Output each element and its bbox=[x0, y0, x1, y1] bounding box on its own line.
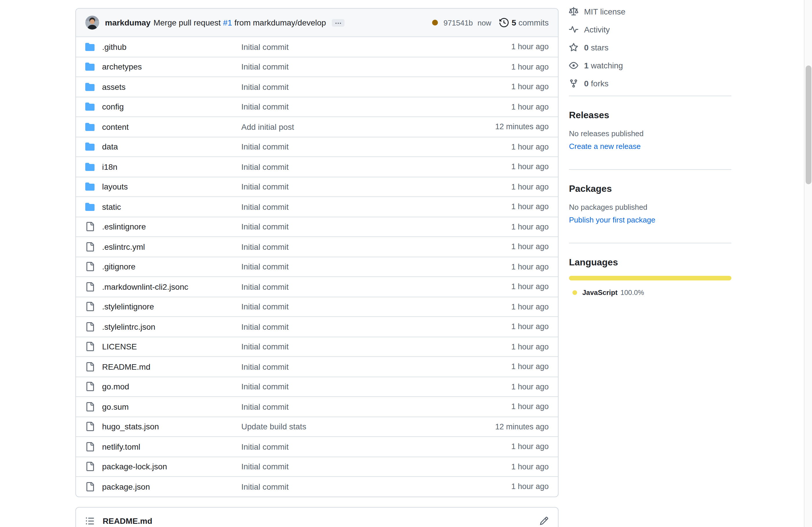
file-name-link[interactable]: package-lock.json bbox=[102, 462, 167, 471]
language-bar-segment[interactable] bbox=[569, 276, 731, 281]
table-row: data Initial commit 1 hour ago bbox=[76, 136, 558, 156]
commit-message-link[interactable]: Add initial post bbox=[241, 122, 444, 132]
about-list: MIT license Activity 0 stars 1 watching … bbox=[569, 2, 731, 92]
commit-message-link[interactable]: Initial commit bbox=[241, 162, 444, 171]
commit-sha-link[interactable]: 971541b bbox=[444, 18, 473, 27]
commit-message-link[interactable]: Initial commit bbox=[241, 262, 444, 271]
file-name-link[interactable]: .eslintrc.yml bbox=[102, 242, 145, 252]
file-name-link[interactable]: config bbox=[102, 102, 124, 111]
file-name-cell: go.mod bbox=[85, 382, 241, 391]
file-name-link[interactable]: static bbox=[102, 202, 121, 211]
commit-message-link[interactable]: Initial commit bbox=[241, 102, 444, 111]
file-name-link[interactable]: content bbox=[102, 122, 129, 132]
commit-message-link[interactable]: Initial commit bbox=[241, 482, 444, 491]
table-row: static Initial commit 1 hour ago bbox=[76, 196, 558, 216]
table-row: config Initial commit 1 hour ago bbox=[76, 96, 558, 117]
file-name-link[interactable]: archetypes bbox=[102, 62, 142, 72]
file-name-link[interactable]: package.json bbox=[102, 482, 150, 491]
languages-heading: Languages bbox=[569, 257, 731, 268]
about-item-label: Activity bbox=[584, 25, 610, 34]
commit-message-link[interactable]: Initial commit bbox=[241, 402, 444, 411]
create-release-link[interactable]: Create a new release bbox=[569, 141, 641, 152]
table-row: .eslintrc.yml Initial commit 1 hour ago bbox=[76, 237, 558, 256]
file-name-link[interactable]: i18n bbox=[102, 162, 117, 171]
commit-message-link[interactable]: Initial commit bbox=[241, 62, 444, 72]
about-item[interactable]: MIT license bbox=[569, 2, 731, 20]
commit-message-link[interactable]: Initial commit bbox=[241, 42, 444, 51]
language-color-dot bbox=[572, 290, 577, 295]
commits-count: 5 bbox=[511, 18, 516, 27]
file-name-link[interactable]: hugo_stats.json bbox=[102, 422, 159, 432]
file-updated-time: 1 hour ago bbox=[444, 283, 549, 291]
about-item[interactable]: 0 stars bbox=[569, 38, 731, 56]
file-name-link[interactable]: assets bbox=[102, 82, 126, 92]
file-name-cell: .markdownlint-cli2.jsonc bbox=[85, 282, 241, 291]
file-name-cell: config bbox=[85, 102, 241, 111]
about-item[interactable]: 0 forks bbox=[569, 74, 731, 92]
file-name-cell: layouts bbox=[85, 182, 241, 192]
file-updated-time: 12 minutes ago bbox=[444, 123, 549, 131]
commit-message-link[interactable]: Update build stats bbox=[241, 422, 444, 432]
file-name-link[interactable]: LICENSE bbox=[102, 342, 137, 351]
pencil-icon bbox=[539, 516, 549, 525]
file-name-cell: netlify.toml bbox=[85, 442, 241, 451]
commit-message-link[interactable]: Initial commit bbox=[241, 362, 444, 372]
file-name-link[interactable]: README.md bbox=[102, 362, 150, 372]
file-updated-time: 1 hour ago bbox=[444, 223, 549, 231]
repository-page: markdumay Merge pull request#1from markd… bbox=[0, 0, 812, 527]
about-item[interactable]: 1 watching bbox=[569, 56, 731, 74]
about-item[interactable]: Activity bbox=[569, 20, 731, 38]
file-icon bbox=[85, 302, 95, 312]
file-name-cell: content bbox=[85, 122, 241, 132]
eye-icon bbox=[569, 61, 578, 70]
commit-message-link[interactable]: Initial commit bbox=[241, 442, 444, 451]
language-item[interactable]: JavaScript 100.0% bbox=[572, 289, 731, 297]
file-name-cell: package-lock.json bbox=[85, 462, 241, 471]
commit-message-link[interactable]: Initial commit bbox=[241, 322, 444, 331]
commit-status-dot[interactable] bbox=[432, 20, 438, 26]
commit-message-link[interactable]: Initial commit bbox=[241, 302, 444, 312]
commit-message-link[interactable]: Initial commit bbox=[241, 82, 444, 92]
edit-readme-button[interactable] bbox=[539, 516, 549, 525]
list-unordered-icon[interactable] bbox=[85, 516, 95, 525]
scrollbar-track[interactable] bbox=[804, 0, 812, 527]
file-name-link[interactable]: netlify.toml bbox=[102, 442, 140, 451]
publish-package-link[interactable]: Publish your first package bbox=[569, 215, 655, 225]
folder-icon bbox=[85, 122, 95, 132]
commit-message-link[interactable]: Initial commit bbox=[241, 462, 444, 471]
file-name-link[interactable]: data bbox=[102, 142, 118, 152]
file-name-link[interactable]: layouts bbox=[102, 182, 128, 192]
pr-link[interactable]: #1 bbox=[223, 18, 232, 27]
file-name-link[interactable]: .markdownlint-cli2.jsonc bbox=[102, 282, 188, 291]
languages-section: Languages JavaScript 100.0% bbox=[569, 257, 731, 297]
commit-message-link[interactable]: Initial commit bbox=[241, 202, 444, 211]
readme-title: README.md bbox=[103, 516, 152, 525]
file-name-link[interactable]: .stylelintrc.json bbox=[102, 322, 156, 331]
file-name-link[interactable]: .github bbox=[102, 42, 127, 51]
packages-heading[interactable]: Packages bbox=[569, 184, 731, 194]
file-name-link[interactable]: go.mod bbox=[102, 382, 129, 391]
file-name-cell: .github bbox=[85, 42, 241, 51]
commit-message-link[interactable]: Initial commit bbox=[241, 342, 444, 351]
commit-message-link[interactable]: Initial commit bbox=[241, 182, 444, 192]
commit-message-link[interactable]: Initial commit bbox=[241, 142, 444, 152]
commit-message-link[interactable]: Initial commit bbox=[241, 222, 444, 231]
file-name-link[interactable]: .stylelintignore bbox=[102, 302, 154, 312]
commit-message-expand-button[interactable]: … bbox=[332, 19, 345, 26]
commit-message-link[interactable]: Initial commit bbox=[241, 282, 444, 291]
file-name-link[interactable]: go.sum bbox=[102, 402, 129, 411]
law-icon bbox=[569, 7, 578, 16]
file-name-link[interactable]: .gitignore bbox=[102, 262, 135, 271]
commit-author[interactable]: markdumay bbox=[105, 18, 150, 27]
star-icon bbox=[569, 43, 578, 52]
file-name-cell: .eslintignore bbox=[85, 222, 241, 231]
scrollbar-thumb[interactable] bbox=[806, 65, 811, 184]
readme-section-header: README.md bbox=[75, 507, 559, 527]
languages-bar[interactable] bbox=[569, 276, 731, 281]
commit-message-link[interactable]: Initial commit bbox=[241, 382, 444, 391]
releases-heading[interactable]: Releases bbox=[569, 110, 731, 121]
file-name-link[interactable]: .eslintignore bbox=[102, 222, 146, 231]
commits-history-link[interactable]: 5 commits bbox=[499, 18, 549, 27]
commit-message-link[interactable]: Initial commit bbox=[241, 242, 444, 252]
avatar[interactable] bbox=[85, 16, 99, 30]
